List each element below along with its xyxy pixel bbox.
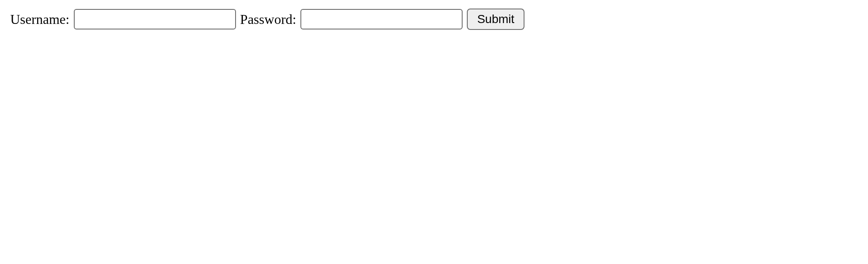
submit-button[interactable]: Submit [467, 9, 524, 30]
password-input[interactable] [300, 9, 463, 29]
password-label: Password: [240, 12, 297, 27]
username-label: Username: [10, 12, 70, 27]
username-input[interactable] [74, 9, 236, 29]
login-form-row: Username: Password: Submit [10, 9, 858, 30]
